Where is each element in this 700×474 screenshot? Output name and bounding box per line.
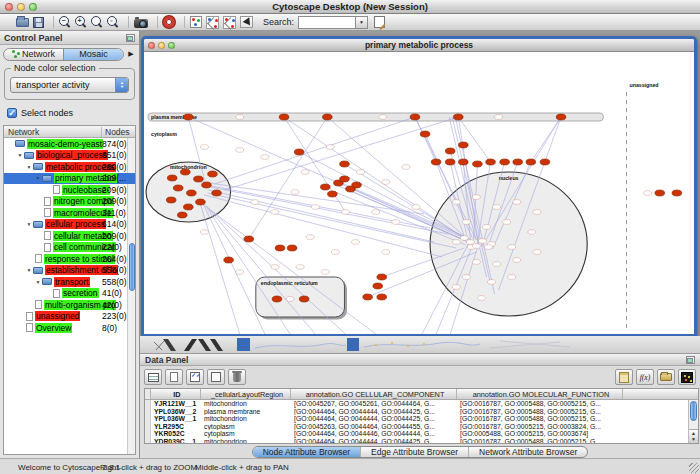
table-row[interactable]: YKR052Ccytoplasm[GO:0044464, GO:0044446,… [145,430,688,438]
tree-row[interactable]: mosaic-demo-yeast874(0) [4,138,135,150]
table-row[interactable]: YJR121W__1mitochondrion[GO:0045267, GO:0… [145,400,688,408]
browser-tab-bar: Node Attribute Browser Edge Attribute Br… [140,445,700,458]
table-row[interactable]: YPL036W__1mitochondrion[GO:0044464, GO:0… [145,415,688,423]
save-button[interactable] [33,15,44,29]
tab-node-attribute-browser[interactable]: Node Attribute Browser [253,447,360,457]
attribute-report-button[interactable] [615,369,633,385]
compare-networks-button-2[interactable] [223,15,236,29]
table-cell: [GO:0016787, GO:0005488, GO:0005215, G..… [457,415,623,423]
compare-networks-button-1[interactable] [206,15,219,29]
resize-grip[interactable] [689,463,699,473]
col-header-cellular-component[interactable]: annotation.GO CELLULAR_COMPONENT [291,389,457,399]
tree-row-node-count: 558(0) [102,265,127,275]
help-button[interactable] [163,15,175,29]
node-color-select[interactable]: transporter activity ▲▼ [10,77,129,93]
toolbar-separator [157,16,158,28]
attribute-table-button[interactable] [144,369,162,385]
table-cell: plasma membrane [201,408,291,416]
tree-row[interactable]: ▼biological_process651(0) [4,150,135,162]
annotation-icon[interactable] [374,16,385,28]
tab-network-attribute-browser[interactable]: Network Attribute Browser [468,447,587,457]
snapshot-button[interactable] [134,15,148,29]
tree-row[interactable]: nucleobase-209(0) [4,184,135,196]
tree-row-node-count: 280(0) [102,162,127,172]
zoom-fit-button[interactable] [91,15,103,29]
open-file-button[interactable] [16,15,29,29]
status-pan-hint: Middle-click + drag to PAN [195,463,289,472]
tree-row[interactable]: ▼cellular process614(0) [4,219,135,231]
network-tab-icon [12,50,20,58]
right-column: primary metabolic process plasma membran… [140,31,700,458]
tree-row[interactable]: ▼metabolic process280(0) [4,161,135,173]
formula-builder-button[interactable]: f(x) [636,369,654,385]
zoom-out-button[interactable]: − [59,15,71,29]
tab-mosaic[interactable]: Mosaic [63,49,123,60]
col-header-region[interactable]: _cellularLayoutRegion [201,389,291,399]
zoom-fit-icon [91,16,103,28]
tree-row-label: cellular process [45,219,106,229]
network-canvas-svg[interactable]: plasma membranecytoplasmmitochondrionnuc… [144,52,694,334]
select-attributes-button[interactable]: ✓✓ [186,369,204,385]
table-cell: [GO:0045263, GO:0044464, GO:0044455, G..… [291,423,457,431]
search-dropdown-button[interactable]: ▼ [355,16,368,29]
tree-col-nodes[interactable]: Nodes [101,127,130,137]
new-attribute-button[interactable] [165,369,183,385]
tree-row[interactable]: ▼primary metabol209(... [4,173,135,185]
scroll-arrows[interactable]: ▲▼ [689,429,698,443]
tab-network[interactable]: Network [4,49,63,60]
zoom-selected-button[interactable]: ▫ [107,15,119,29]
select-nodes-checkbox[interactable]: ✓ [7,108,17,118]
svg-text:cytoplasm: cytoplasm [151,131,177,137]
tree-row[interactable]: cell communicat22(0) [4,242,135,254]
tree-row[interactable]: multi-organism pro42(0) [4,299,135,311]
disclosure-triangle-icon[interactable]: ▼ [34,175,42,181]
select-mode-button[interactable] [240,15,253,29]
col-header-id[interactable]: ID [151,389,201,399]
tree-row-node-count: 558(0) [102,277,127,287]
disclosure-triangle-icon[interactable]: ▼ [16,152,24,158]
table-scrollbar[interactable]: ▲▼ [688,400,698,443]
float-panel-icon[interactable] [126,34,135,42]
tab-mosaic-label: Mosaic [79,49,108,59]
table-cell: YKR052C [151,430,201,438]
import-attributes-button[interactable] [657,369,675,385]
tree-row[interactable]: cellular metabo209(0) [4,230,135,242]
col-header-molecular-function[interactable]: annotation.GO MOLECULAR_FUNCTION [457,389,623,399]
disclosure-triangle-icon[interactable]: ▼ [25,221,33,227]
search-input[interactable] [298,16,355,29]
cursor-icon [240,16,253,28]
tree-row[interactable]: macromolecule311(0) [4,207,135,219]
table-cell: [GO:0045267, GO:0045261, GO:0044464, G..… [291,400,457,408]
tree-row[interactable]: ▼transport558(0) [4,276,135,288]
unselect-attributes-button[interactable] [207,369,225,385]
delete-attribute-button[interactable] [228,369,246,385]
tree-row[interactable]: unassigned223(0) [4,311,135,323]
tab-edge-attribute-browser[interactable]: Edge Attribute Browser [360,447,468,457]
tree-row-node-count: 264(0) [102,254,127,264]
disclosure-triangle-icon[interactable]: ▼ [25,267,33,273]
tree-row[interactable]: response to stimul264(0) [4,253,135,265]
float-panel-icon[interactable] [686,356,695,364]
tree-row[interactable]: nitrogen compo209(0) [4,196,135,208]
table-scrollbar-thumb[interactable] [690,401,697,421]
network-tree: mosaic-demo-yeast874(0)▼biological_proce… [4,138,135,454]
svg-text:endoplasmic reticulum: endoplasmic reticulum [261,280,318,286]
tree-row-node-count: 223(0) [102,311,127,321]
table-row[interactable]: YPL036W__2plasma membrane[GO:0044464, GO… [145,408,688,416]
vizmapper-button[interactable] [190,15,202,29]
heatmap-icon [681,372,693,383]
disclosure-triangle-icon[interactable]: ▼ [34,279,42,285]
disclosure-triangle-icon[interactable]: ▼ [25,164,33,170]
more-tabs-arrow[interactable]: ▶ [126,50,136,58]
attribute-matrix-button[interactable] [678,369,696,385]
zoom-in-button[interactable]: + [75,15,87,29]
tree-row-node-count: 311(0) [102,208,126,218]
tree-row-node-count: 8(0) [102,323,117,333]
table-row[interactable]: YLR295Ccytoplasm[GO:0045263, GO:0044464,… [145,423,688,431]
tree-row[interactable]: ▼establishment of lo558(0) [4,265,135,277]
tree-row[interactable]: secretion41(0) [4,288,135,300]
table-row[interactable]: YDR039C__1mitochondrion[GO:0044464, GO:0… [145,438,688,444]
tree-row[interactable]: Overview8(0) [4,322,135,334]
network-window-title: primary metabolic process [144,40,694,50]
tree-col-network[interactable]: Network [8,127,39,137]
